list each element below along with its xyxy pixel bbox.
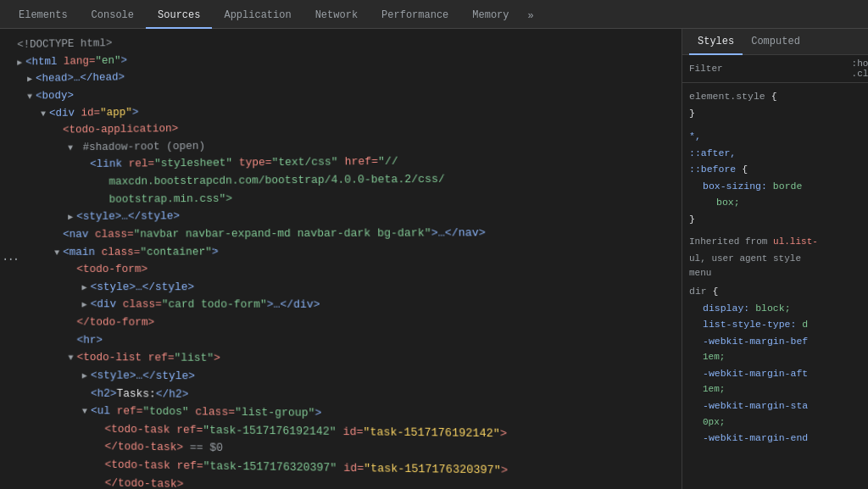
styles-panel: Styles Computed Filter :hov .cls element… [682, 29, 868, 489]
styles-content: element.style { } *, ::after, [682, 83, 868, 489]
filter-label: Filter [689, 64, 723, 74]
line-nav[interactable]: <nav class="navbar navbar-expand-md navb… [14, 224, 682, 244]
line-todo-form-close[interactable]: </todo-form> [14, 314, 682, 334]
line-main[interactable]: ▼<main class="container"> [14, 242, 682, 261]
tab-elements[interactable]: Elements [7, 4, 80, 29]
styles-tabs: Styles Computed [682, 29, 868, 55]
tab-styles[interactable]: Styles [689, 30, 743, 55]
line-form-div[interactable]: ▶<div class="card todo-form">…</div> [14, 296, 682, 315]
dir-rule: dir { display: block; list-style-type: d… [689, 283, 861, 447]
inherited-label: Inherited from ul.list- [689, 234, 861, 250]
tab-more[interactable]: » [521, 5, 541, 28]
tab-memory[interactable]: Memory [460, 4, 520, 29]
dom-panel[interactable]: ··· <!DOCTYPE html> ▶<html lang="en"> ▶<… [0, 29, 682, 489]
tab-computed[interactable]: Computed [743, 30, 809, 55]
main-content: ··· <!DOCTYPE html> ▶<html lang="en"> ▶<… [0, 29, 868, 489]
tab-application[interactable]: Application [212, 4, 303, 29]
tab-sources[interactable]: Sources [146, 4, 212, 29]
filter-pseudo[interactable]: :hov .cls [852, 58, 868, 79]
line-style1[interactable]: ▶<style>…</style> [14, 205, 682, 226]
tab-network[interactable]: Network [303, 4, 370, 29]
styles-filter: Filter :hov .cls [682, 55, 868, 83]
line-form-style[interactable]: ▶<style>…</style> [14, 279, 682, 297]
tab-console[interactable]: Console [80, 4, 146, 29]
element-style-rule: element.style { } [689, 88, 861, 121]
universal-rule: *, ::after, ::before { box-sizing: borde [689, 128, 861, 227]
line-todo-form[interactable]: <todo-form> [14, 260, 682, 279]
tab-performance[interactable]: Performance [370, 4, 460, 29]
inherited-desc: ul, user agent stylemenu [689, 252, 861, 280]
devtools-window: Elements Console Sources Application Net… [0, 0, 868, 489]
dom-tree: <!DOCTYPE html> ▶<html lang="en"> ▶<head… [0, 29, 682, 489]
tab-bar: Elements Console Sources Application Net… [0, 0, 868, 29]
filter-input[interactable] [728, 64, 847, 74]
